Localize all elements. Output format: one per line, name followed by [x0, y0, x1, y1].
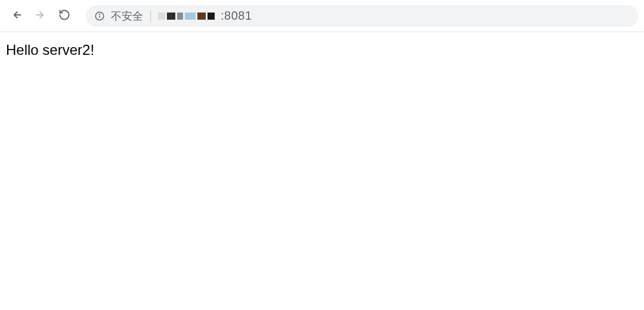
- security-status-label: 不安全: [111, 9, 143, 23]
- arrow-right-icon: [35, 9, 47, 23]
- obscured-host: [158, 13, 215, 20]
- info-icon: [94, 11, 105, 21]
- svg-point-4: [100, 14, 100, 14]
- forward-button[interactable]: [30, 5, 51, 27]
- reload-icon: [58, 9, 70, 23]
- reload-button[interactable]: [54, 5, 75, 27]
- address-divider: [150, 10, 151, 22]
- address-bar[interactable]: 不安全 :8081: [86, 5, 638, 27]
- page-content: Hello server2!: [0, 32, 644, 68]
- arrow-left-icon: [11, 9, 23, 23]
- url-port: :8081: [221, 9, 252, 23]
- browser-toolbar: 不安全 :8081: [0, 0, 644, 32]
- back-button[interactable]: [6, 5, 27, 27]
- page-body-text: Hello server2!: [6, 42, 638, 58]
